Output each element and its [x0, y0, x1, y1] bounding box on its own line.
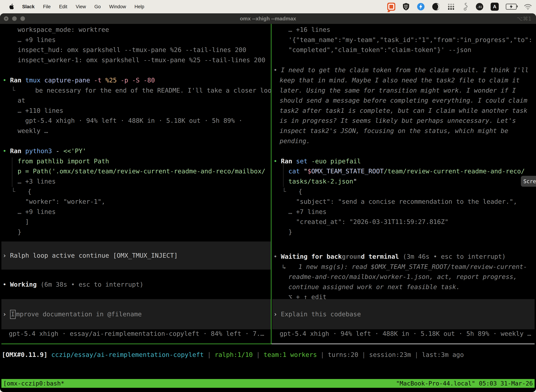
minimize-button[interactable] [12, 16, 17, 21]
terminal-line: … +110 lines [1, 106, 271, 116]
thinking-line: keep that in mind. Maybe I also need the… [272, 75, 536, 85]
ralph-loop-line: ›Ralph loop active continue [OMX_TMUX_IN… [1, 250, 178, 261]
tree-connector: └ [1, 85, 28, 96]
left-pane-scrollback: workspace_mode: worktree… +9 linesinspec… [1, 25, 271, 237]
terminal-window: omx --xhigh --madmax ⌥⌘1 workspace_mode:… [0, 13, 536, 392]
bullet-icon: • [1, 280, 10, 289]
thinking-line: pending. [272, 136, 536, 146]
menu-bar-left: Slack File Edit View Go Window Help [0, 4, 148, 10]
terminal-line: '{"team_name":"my-team","task_id":"1","f… [272, 35, 536, 45]
terminal-line: } [272, 227, 536, 237]
wifi-icon[interactable] [524, 3, 532, 10]
badge-61-label: ..61 [477, 5, 482, 9]
bullet-icon: • [1, 146, 10, 156]
window-title: omx --xhigh --madmax [240, 16, 296, 22]
thinking-line: should send a message before completing … [272, 95, 536, 106]
chat-app-icon[interactable] [387, 3, 395, 11]
traffic-lights [4, 16, 25, 21]
tree-connector: └ [272, 187, 298, 197]
right-pane-border [272, 344, 535, 344]
macos-menu-bar: Slack File Edit View Go Window Help [0, 0, 536, 13]
ran-python-line: •Ran python3 - <<'PY' [1, 146, 271, 156]
tmux-session-window: [omx-cczip0:bash* [3, 380, 64, 387]
dots-grid-icon[interactable] [447, 3, 455, 11]
terminal-line: "created_at": "2026-03-31T11:59:27.816Z" [272, 217, 536, 227]
config-output: workspace_mode: worktree… +9 linesinspec… [1, 25, 271, 65]
menu-item-edit[interactable]: Edit [55, 4, 72, 9]
terminal-line: … +9 lines [1, 207, 271, 217]
omx-status-line: [OMX#0.11.9] cczip/essay/ai-reimplementa… [2, 350, 536, 360]
shield-icon[interactable] [402, 3, 410, 11]
omx-team-workers: team:1 workers [263, 351, 317, 358]
terminal-line: … +7 lines [272, 207, 536, 217]
terminal-line: "completed","claim_token":"claim-token"}… [272, 45, 536, 55]
apple-icon [9, 4, 14, 10]
omx-last-activity: last:3m ago [422, 351, 464, 358]
separator: | [362, 351, 366, 358]
menu-item-view[interactable]: View [72, 4, 90, 9]
terminal-line: └{ [272, 187, 536, 197]
chevron-prompt-icon: › [1, 309, 10, 319]
close-button[interactable] [4, 16, 9, 21]
separator: | [256, 351, 260, 358]
terminal-line: "worker": "worker-1", [1, 196, 271, 207]
chevron-prompt-icon: › [1, 250, 10, 261]
window-titlebar[interactable]: omx --xhigh --madmax ⌥⌘1 [0, 13, 536, 24]
menu-item-help[interactable]: Help [130, 4, 148, 9]
terminal-line: └{ [1, 187, 271, 197]
terminal-line: weekly … [1, 126, 271, 136]
desktop-screenshot: Slack File Edit View Go Window Help [0, 0, 536, 392]
spacer [1, 136, 271, 146]
working-detail: (6m 38s • esc to interrupt) [37, 281, 144, 288]
separator: | [415, 351, 418, 358]
crescent-circle-icon[interactable] [432, 3, 440, 11]
a-key-icon[interactable]: A [491, 3, 499, 11]
bolt-circle-icon[interactable] [417, 3, 425, 11]
terminal-line: ] [1, 217, 271, 227]
menu-item-window[interactable]: Window [105, 4, 130, 9]
terminal-content: workspace_mode: worktree… +9 linesinspec… [0, 24, 536, 392]
left-input-bar[interactable]: ›Improve documentation in @filename [1, 299, 271, 329]
badge-61-icon[interactable]: ..61 [475, 3, 483, 11]
terminal-line: … +16 lines [272, 25, 536, 35]
terminal-line: inspect_hud: omx sparkshell --tmux-pane … [1, 45, 271, 55]
text-cursor: I [10, 310, 16, 319]
terminal-line: … +3 lines [1, 176, 271, 187]
tmux-host-clock: "MacBook-Pro-44.local" 05:03 31-Mar-26 [396, 380, 533, 387]
apple-menu[interactable] [5, 4, 18, 10]
right-input-bar[interactable]: ›Explain this codebase [272, 299, 535, 329]
menu-bar-status-icons: ..61 A [387, 2, 536, 11]
spacer [1, 65, 271, 75]
s-figure-icon[interactable] [462, 2, 469, 11]
working-label: Working [10, 281, 37, 288]
menu-item-go[interactable]: Go [90, 4, 105, 9]
mailbox-message-line: readme-and-reco/mailbox/worker-1.json, a… [272, 272, 536, 282]
omx-ralph-count: ralph:1/10 [215, 351, 253, 358]
separator: | [207, 351, 211, 358]
thinking-line: is in progress? It seems likely but perh… [272, 116, 536, 126]
code-line: p = Path('.omx/state/team/review-current… [1, 166, 271, 176]
screen-tooltip: Scre [521, 176, 536, 187]
cat-command-line: cat "$OMX_TEAM_STATE_ROOT/team/review-cu… [272, 166, 536, 176]
code-line: from pathlib import Path [1, 156, 271, 166]
omx-session-name: cczip/essay/ai-reimplementation-copyleft [51, 351, 204, 358]
bullet-icon: • [272, 156, 281, 166]
separator: | [321, 351, 324, 358]
thinking-line: •I need to get the claim token from the … [272, 65, 536, 75]
mailbox-message-line: continue assigned work or next feasible … [272, 282, 536, 292]
spacer [272, 146, 536, 156]
mailbox-message-line: ↳1 new msg(s): read $OMX_TEAM_STATE_ROOT… [272, 262, 536, 272]
json-output: … +16 lines'{"team_name":"my-team","task… [272, 25, 536, 55]
bullet-icon: • [1, 75, 10, 85]
thinking-line: later. Using the same for transition mig… [272, 85, 536, 96]
input-placeholder: mprove documentation in @filename [16, 311, 142, 318]
terminal-line: └ be necessary for the end of the README… [1, 85, 271, 96]
thinking-line: task2 after task1 is complete, but can I… [272, 106, 536, 116]
battery-icon[interactable] [506, 4, 517, 10]
menu-item-file[interactable]: File [39, 4, 55, 9]
left-agent-pane: workspace_mode: worktree… +9 linesinspec… [1, 24, 271, 392]
menu-item-slack[interactable]: Slack [18, 4, 39, 9]
zoom-button[interactable] [20, 16, 25, 21]
chevron-prompt-icon: › [272, 309, 281, 319]
right-model-status: gpt-5.4 xhigh · 94% left · 488K in · 5.1… [272, 329, 536, 339]
